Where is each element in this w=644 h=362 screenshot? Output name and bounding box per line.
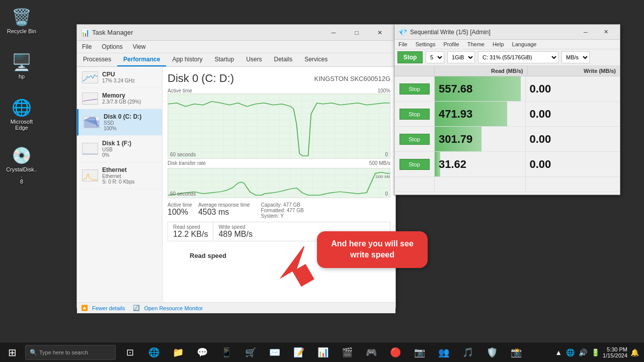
desktop-icon-hp[interactable]: 🖥️ hp bbox=[4, 50, 39, 81]
cdm-read-cell-2: 471.93 bbox=[435, 102, 526, 126]
taskbar-security[interactable]: 🛡️ bbox=[480, 342, 504, 363]
cdm-size-select[interactable]: 1GiB bbox=[447, 51, 475, 63]
cdm-stop-button-2[interactable]: Stop bbox=[399, 109, 430, 120]
cdm-menu-help[interactable]: Help bbox=[489, 40, 508, 48]
taskbar-camera2[interactable]: 📸 bbox=[504, 342, 528, 363]
tab-details[interactable]: Details bbox=[268, 53, 298, 66]
cdm-count-select[interactable]: 5 bbox=[426, 51, 444, 63]
sidebar-item-cpu[interactable]: CPU 17% 3.24 GHz bbox=[77, 67, 162, 88]
read-speed-annotation: Read speed bbox=[188, 251, 228, 260]
cdm-read-val-3: 301.79 bbox=[435, 133, 472, 146]
taskbar-chat[interactable]: 💬 bbox=[190, 342, 214, 363]
taskbar-game[interactable]: 🎮 bbox=[359, 342, 383, 363]
taskbar-premiere[interactable]: 🎬 bbox=[335, 342, 359, 363]
taskbar-chevron-icon[interactable]: ▲ bbox=[554, 347, 563, 357]
cdm-write-val-3: 0.00 bbox=[530, 133, 551, 146]
task-manager-title: Task Manager bbox=[92, 29, 322, 36]
cdm-menu-profile[interactable]: Profile bbox=[439, 40, 463, 48]
fewer-details-link[interactable]: Fewer details bbox=[92, 305, 125, 311]
tab-startup[interactable]: Startup bbox=[208, 53, 240, 66]
cdm-drive-select[interactable]: C: 31% (55/176GiB) bbox=[478, 51, 558, 63]
desktop-icon-recycle-bin[interactable]: 🗑️ Recycle Bin bbox=[4, 5, 39, 36]
taskbar-search[interactable]: 🔍 Type here to search bbox=[25, 345, 116, 360]
cdm-main-stop-button[interactable]: Stop bbox=[397, 51, 423, 63]
sidebar-item-disk0[interactable]: Disk 0 (C: D:) SSD 100% bbox=[77, 109, 162, 136]
desktop: 🗑️ Recycle Bin 🖥️ hp 🌐 Microsoft Edge 💿 … bbox=[0, 0, 644, 362]
active-time-value: 100% bbox=[168, 208, 192, 217]
taskbar-store[interactable]: 🛒 bbox=[238, 342, 263, 363]
disk-header: Disk 0 (C: D:) KINGSTON SKC600512G bbox=[168, 72, 390, 85]
taskbar-clock[interactable]: 5:30 PM 1/15/2024 bbox=[603, 346, 627, 358]
taskbar-mail[interactable]: ✉️ bbox=[263, 342, 287, 363]
desktop-icon-edge[interactable]: 🌐 Microsoft Edge bbox=[4, 96, 39, 133]
tab-performance[interactable]: Performance bbox=[117, 53, 166, 66]
graph-60s: 60 seconds bbox=[170, 152, 196, 157]
graph-0: 0 bbox=[385, 152, 388, 157]
sidebar-cpu-detail: 17% 3.24 GHz bbox=[102, 78, 157, 83]
taskbar-camera[interactable]: 📷 bbox=[408, 342, 432, 363]
tab-services[interactable]: Services bbox=[298, 53, 334, 66]
taskbar-file-explorer[interactable]: 📁 bbox=[166, 342, 190, 363]
menu-options[interactable]: Options bbox=[97, 42, 127, 52]
taskbar-word[interactable]: 📝 bbox=[287, 342, 311, 363]
taskbar-music[interactable]: 🎵 bbox=[456, 342, 480, 363]
cdm-read-val-4: 31.62 bbox=[435, 158, 466, 171]
cdm-unit-select[interactable]: MB/s bbox=[561, 51, 590, 63]
edge-icon: 🌐 bbox=[12, 98, 32, 118]
task-manager-main: Disk 0 (C: D:) KINGSTON SKC600512G Activ… bbox=[163, 67, 395, 302]
taskbar-network-icon[interactable]: 🌐 bbox=[565, 347, 576, 357]
sidebar-disk0-name: Disk 0 (C: D:) bbox=[104, 113, 157, 120]
task-manager-minimize-button[interactable]: ─ bbox=[322, 25, 345, 41]
sidebar-item-ethernet[interactable]: Ethernet EthernetS: 0 R: 0 Kbps bbox=[77, 162, 162, 189]
write-speed-value: 489 MB/s bbox=[218, 230, 253, 239]
taskbar-volume-icon[interactable]: 🔊 bbox=[578, 347, 588, 357]
transfer-60s: 60 seconds bbox=[170, 191, 196, 197]
cdm-write-cell-1: 0.00 bbox=[526, 76, 620, 101]
taskbar-battery-icon[interactable]: 🔋 bbox=[590, 347, 601, 357]
task-manager-body: CPU 17% 3.24 GHz Memory 2.3/7.8 GB (29%) bbox=[77, 67, 395, 302]
sidebar-ethernet-name: Ethernet bbox=[102, 166, 157, 173]
taskbar-task-view[interactable]: ⊡ bbox=[118, 342, 142, 363]
cdm-minimize-button[interactable]: ─ bbox=[576, 25, 596, 40]
taskbar-excel[interactable]: 📊 bbox=[311, 342, 335, 363]
task-manager-window: 📊 Task Manager ─ □ ✕ File Options View P… bbox=[76, 24, 396, 308]
menu-file[interactable]: File bbox=[77, 42, 97, 52]
tab-users[interactable]: Users bbox=[240, 53, 268, 66]
transfer-graph: 200 MB/s 60 seconds 0 bbox=[168, 168, 390, 198]
cdm-menu-theme[interactable]: Theme bbox=[463, 40, 489, 48]
task-manager-close-button[interactable]: ✕ bbox=[368, 25, 391, 41]
taskbar-youtube[interactable]: 🔴 bbox=[383, 342, 408, 363]
cdm-titlebar[interactable]: 💎 Sequential Write (1/5) [Admin] ─ ✕ bbox=[394, 25, 620, 40]
taskbar-notification-icon[interactable]: 🔔 bbox=[629, 347, 640, 357]
cdm-menu-language[interactable]: Language bbox=[508, 40, 541, 48]
task-manager-menu: File Options View bbox=[77, 41, 395, 53]
taskbar-phone[interactable]: 📱 bbox=[214, 342, 238, 363]
cdm-stop-button-4[interactable]: Stop bbox=[399, 159, 430, 170]
desktop-icon-crystaldisk[interactable]: 💿 CrystalDisk... 8 bbox=[4, 143, 39, 187]
open-resource-monitor-link[interactable]: Open Resource Monitor bbox=[144, 305, 203, 311]
cdm-stop-button-1[interactable]: Stop bbox=[399, 83, 430, 95]
taskbar-edge[interactable]: 🌐 bbox=[142, 342, 166, 363]
search-placeholder: Type here to search bbox=[39, 349, 88, 355]
cdm-stop-button-3[interactable]: Stop bbox=[399, 134, 430, 145]
task-manager-controls: ─ □ ✕ bbox=[322, 25, 391, 41]
sidebar-item-disk1[interactable]: Disk 1 (F:) USB0% bbox=[77, 136, 162, 162]
cdm-close-button[interactable]: ✕ bbox=[596, 25, 616, 40]
transfer-label: Disk transfer rate bbox=[168, 160, 206, 166]
cdm-menu-file[interactable]: File bbox=[394, 40, 412, 48]
cdm-read-cell-5 bbox=[435, 177, 526, 192]
task-manager-titlebar[interactable]: 📊 Task Manager ─ □ ✕ bbox=[77, 25, 395, 41]
tab-app-history[interactable]: App history bbox=[166, 53, 208, 66]
cdm-write-cell-3: 0.00 bbox=[526, 127, 620, 151]
disk-title: Disk 0 (C: D:) bbox=[168, 72, 234, 85]
menu-view[interactable]: View bbox=[128, 42, 151, 52]
crystaldisk-icon: 💿 bbox=[12, 145, 32, 165]
cdm-menu-settings[interactable]: Settings bbox=[412, 40, 440, 48]
transfer-0: 0 bbox=[385, 191, 388, 197]
task-manager-maximize-button[interactable]: □ bbox=[345, 25, 368, 41]
sidebar-item-memory[interactable]: Memory 2.3/7.8 GB (29%) bbox=[77, 88, 162, 109]
taskbar-teams[interactable]: 👥 bbox=[432, 342, 456, 363]
cdm-read-cell-1: 557.68 bbox=[435, 76, 526, 101]
start-button[interactable]: ⊞ bbox=[0, 342, 24, 363]
tab-processes[interactable]: Processes bbox=[77, 53, 117, 66]
